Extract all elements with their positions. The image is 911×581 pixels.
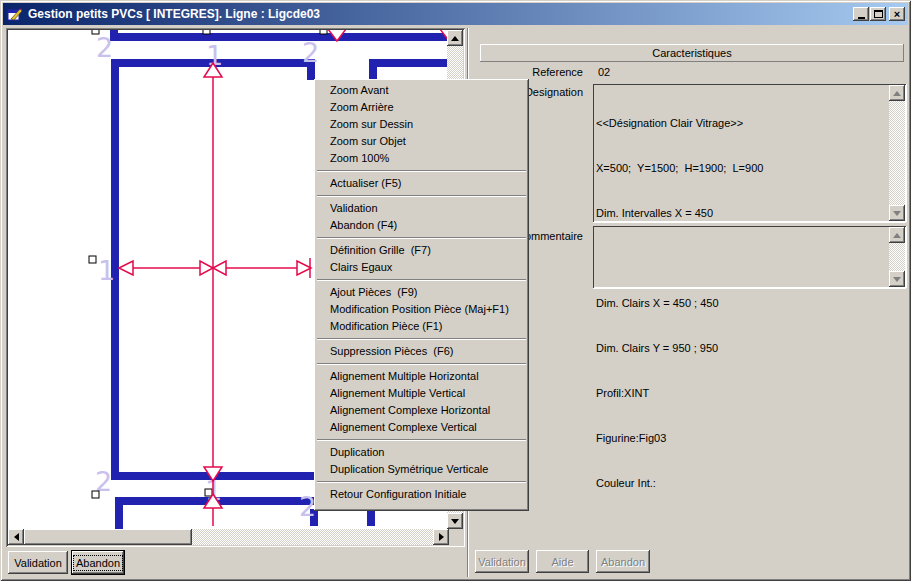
app-icon — [7, 6, 23, 22]
caracteristiques-header[interactable]: Caracteristiques — [480, 44, 904, 62]
window-title: Gestion petits PVCs [ INTEGRES]. Ligne :… — [28, 7, 320, 21]
scroll-right-button[interactable] — [433, 529, 449, 545]
menu-item-retour-configuration-initiale[interactable]: Retour Configuration Initiale — [316, 486, 527, 503]
scroll-up-icon — [451, 36, 459, 41]
dimension-arrow-right — [297, 261, 311, 275]
validation-button-label: Validation — [14, 557, 62, 569]
dimension-arrow-mid-left — [200, 261, 213, 275]
designation-line: Dim. Clairs X = 450 ; 450 — [596, 296, 887, 311]
menu-item-definition-grille[interactable]: Définition Grille (F7) — [316, 242, 527, 259]
close-icon: × — [894, 9, 900, 19]
designation-line: Figurine:Fig03 — [596, 431, 887, 446]
commentaire-scrollbar[interactable] — [889, 227, 905, 287]
scroll-left-button[interactable] — [8, 529, 24, 545]
abandon-button[interactable]: Abandon — [72, 551, 124, 574]
selection-handle[interactable] — [320, 30, 327, 34]
designation-line: Dim. Clairs Y = 950 ; 950 — [596, 341, 887, 356]
menu-item-duplication-symetrique-verticale[interactable]: Duplication Symétrique Verticale — [316, 461, 527, 478]
maximize-icon — [874, 10, 883, 18]
frame-right-panel — [373, 63, 447, 80]
dimension-arrow-left — [119, 261, 133, 275]
panel-abandon-label: Abandon — [601, 556, 645, 568]
menu-item-alignement-complexe-vertical[interactable]: Alignement Complexe Vertical — [316, 419, 527, 436]
canvas-horizontal-scrollbar[interactable] — [8, 529, 449, 545]
drawing-label: 1 — [98, 255, 115, 286]
selection-handle[interactable] — [203, 30, 210, 34]
reference-label: Reference — [490, 66, 583, 78]
menu-separator — [317, 439, 526, 441]
menu-item-abandon[interactable]: Abandon (F4) — [316, 217, 527, 234]
scroll-left-icon — [14, 533, 19, 541]
menu-item-zoom-100[interactable]: Zoom 100% — [316, 150, 527, 167]
frame-top-rail — [114, 30, 447, 37]
drawing-label: 2 — [302, 37, 319, 68]
menu-item-zoom-sur-dessin[interactable]: Zoom sur Dessin — [316, 116, 527, 133]
close-button[interactable]: × — [889, 7, 905, 21]
scroll-down-button[interactable] — [447, 513, 463, 529]
scroll-up-button[interactable] — [889, 227, 905, 243]
menu-separator — [317, 363, 526, 365]
scroll-right-icon — [439, 533, 444, 541]
designation-text: <<Désignation Clair Vitrage>> X=500; Y=1… — [596, 86, 887, 521]
menu-item-zoom-arriere[interactable]: Zoom Arrière — [316, 99, 527, 116]
designation-line: X=500; Y=1500; H=1900; L=900 — [596, 161, 887, 176]
panel-aide-label: Aide — [551, 556, 573, 568]
menu-separator — [317, 338, 526, 340]
minimize-icon — [858, 17, 865, 19]
menu-item-suppression-pieces[interactable]: Suppression Pièces (F6) — [316, 343, 527, 360]
menu-item-clairs-egaux[interactable]: Clairs Egaux — [316, 259, 527, 276]
validation-button[interactable]: Validation — [8, 551, 68, 574]
menu-separator — [317, 170, 526, 172]
designation-line: Couleur Int.: — [596, 476, 887, 491]
menu-item-modification-position-piece[interactable]: Modification Position Pièce (Maj+F1) — [316, 301, 527, 318]
menu-item-duplication[interactable]: Duplication — [316, 444, 527, 461]
designation-line: Profil:XINT — [596, 386, 887, 401]
properties-panel: Caracteristiques Reference 02 Designatio… — [470, 28, 908, 547]
scroll-down-icon — [893, 277, 901, 282]
menu-separator — [317, 195, 526, 197]
title-bar: Gestion petits PVCs [ INTEGRES]. Ligne :… — [3, 3, 908, 25]
scroll-down-icon — [893, 211, 901, 216]
menu-item-modification-piece[interactable]: Modification Pièce (F1) — [316, 318, 527, 335]
maximize-button[interactable] — [870, 7, 886, 21]
designation-scrollbar[interactable] — [889, 85, 905, 221]
scroll-down-icon — [451, 519, 459, 524]
selection-handle[interactable] — [92, 491, 99, 498]
menu-item-ajout-pieces[interactable]: Ajout Pièces (F9) — [316, 284, 527, 301]
commentaire-box[interactable] — [593, 226, 906, 288]
panel-abandon-button[interactable]: Abandon — [596, 550, 650, 573]
menu-separator — [317, 481, 526, 483]
menu-separator — [317, 237, 526, 239]
context-menu: Zoom Avant Zoom Arrière Zoom sur Dessin … — [314, 79, 529, 511]
menu-separator — [317, 279, 526, 281]
abandon-button-label: Abandon — [74, 556, 122, 570]
selection-handle[interactable] — [92, 30, 99, 34]
panel-validation-button[interactable]: Validation — [475, 550, 529, 573]
designation-box[interactable]: <<Désignation Clair Vitrage>> X=500; Y=1… — [593, 84, 906, 222]
reference-value: 02 — [598, 66, 610, 78]
menu-item-zoom-sur-objet[interactable]: Zoom sur Objet — [316, 133, 527, 150]
minimize-button[interactable] — [853, 7, 869, 21]
menu-item-validation[interactable]: Validation — [316, 200, 527, 217]
scroll-down-button[interactable] — [889, 271, 905, 287]
menu-item-actualiser[interactable]: Actualiser (F5) — [316, 175, 527, 192]
menu-item-alignement-multiple-horizontal[interactable]: Alignement Multiple Horizontal — [316, 368, 527, 385]
panel-aide-button[interactable]: Aide — [536, 550, 589, 573]
scrollbar-thumb[interactable] — [24, 529, 192, 545]
dimension-arrow-mid-right — [213, 261, 226, 275]
scroll-up-icon — [893, 91, 901, 96]
scroll-down-button[interactable] — [889, 205, 905, 221]
scroll-up-button[interactable] — [447, 30, 463, 46]
app-window: Gestion petits PVCs [ INTEGRES]. Ligne :… — [0, 0, 911, 581]
selection-handle[interactable] — [89, 256, 96, 263]
scroll-up-icon — [893, 233, 901, 238]
drawing-label: 2 — [96, 32, 113, 63]
menu-item-alignement-complexe-horizontal[interactable]: Alignement Complexe Horizontal — [316, 402, 527, 419]
designation-line: <<Désignation Clair Vitrage>> — [596, 116, 887, 131]
scroll-up-button[interactable] — [889, 85, 905, 101]
panel-validation-label: Validation — [478, 556, 526, 568]
designation-line: Dim. Intervalles X = 450 — [596, 206, 887, 221]
menu-item-alignement-multiple-vertical[interactable]: Alignement Multiple Vertical — [316, 385, 527, 402]
selection-handle[interactable] — [205, 489, 212, 496]
menu-item-zoom-avant[interactable]: Zoom Avant — [316, 82, 527, 99]
